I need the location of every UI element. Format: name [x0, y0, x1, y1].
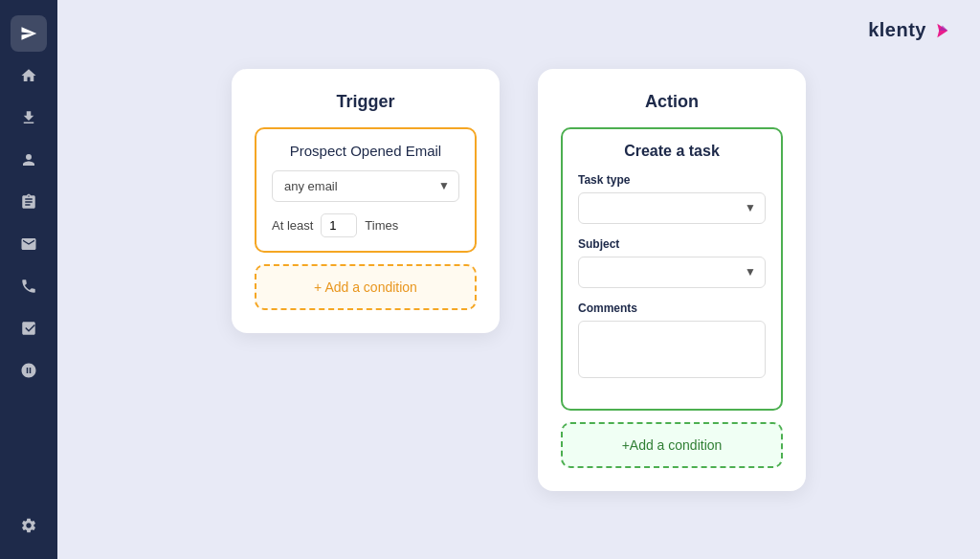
- trigger-inner-title: Prospect Opened Email: [272, 143, 459, 159]
- action-add-condition-button[interactable]: +Add a condition: [561, 422, 783, 468]
- task-type-select-wrapper: Call Email LinkedIn ▼: [578, 192, 766, 224]
- trigger-add-condition-button[interactable]: + Add a condition: [255, 264, 477, 310]
- subject-group: Subject Follow up ▼: [578, 237, 766, 288]
- subject-select[interactable]: Follow up: [578, 257, 766, 288]
- comments-group: Comments: [578, 302, 766, 382]
- main-content: klenty Trigger Prospect Opened Email any…: [57, 0, 980, 559]
- trigger-inner-box: Prospect Opened Email any email specific…: [255, 127, 477, 253]
- sidebar-item-clipboard[interactable]: [11, 184, 47, 220]
- sidebar-item-settings[interactable]: [11, 507, 47, 544]
- task-type-label: Task type: [578, 173, 766, 187]
- sidebar-item-download[interactable]: [11, 100, 47, 136]
- at-least-select[interactable]: 1 2 3: [321, 213, 357, 237]
- at-least-label: At least: [272, 218, 313, 233]
- times-label: Times: [365, 218, 398, 233]
- subject-select-wrapper: Follow up ▼: [578, 257, 766, 288]
- cards-container: Trigger Prospect Opened Email any email …: [232, 69, 806, 491]
- action-card: Action Create a task Task type Call Emai…: [538, 69, 806, 491]
- logo-text: klenty: [868, 19, 926, 41]
- sidebar: [0, 0, 57, 559]
- action-inner-box: Create a task Task type Call Email Linke…: [561, 127, 783, 411]
- sidebar-item-send[interactable]: [11, 15, 47, 52]
- trigger-card: Trigger Prospect Opened Email any email …: [232, 69, 500, 333]
- action-card-title: Action: [561, 92, 783, 112]
- subject-label: Subject: [578, 237, 766, 251]
- email-select[interactable]: any email specific email: [272, 170, 459, 202]
- task-type-group: Task type Call Email LinkedIn ▼: [578, 173, 766, 224]
- at-least-row: At least 1 2 3 Times: [272, 213, 459, 237]
- trigger-card-title: Trigger: [255, 92, 477, 112]
- klenty-logo-icon: [930, 20, 951, 41]
- action-inner-title: Create a task: [578, 143, 766, 160]
- comments-label: Comments: [578, 302, 766, 315]
- comments-input[interactable]: [578, 321, 766, 378]
- sidebar-item-user[interactable]: [11, 142, 47, 178]
- sidebar-item-email2[interactable]: [11, 352, 47, 389]
- sidebar-item-home[interactable]: [11, 57, 47, 94]
- sidebar-item-phone[interactable]: [11, 268, 47, 304]
- task-type-select[interactable]: Call Email LinkedIn: [578, 192, 766, 224]
- sidebar-item-email[interactable]: [11, 226, 47, 262]
- sidebar-item-chart[interactable]: [11, 310, 47, 347]
- email-select-wrapper: any email specific email ▼: [272, 170, 459, 202]
- logo: klenty: [868, 19, 951, 41]
